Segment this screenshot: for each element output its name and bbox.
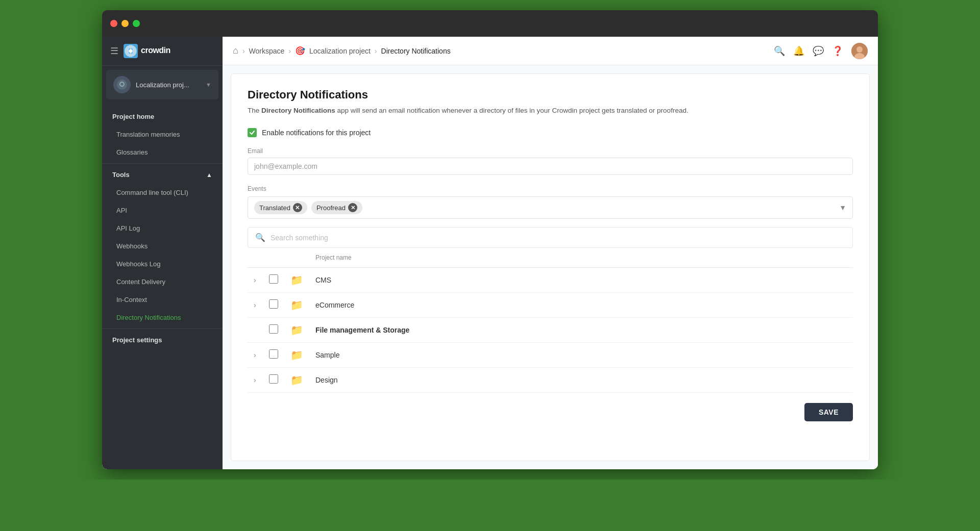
email-input[interactable] xyxy=(248,158,853,175)
sidebar: ☰ crowdin xyxy=(102,37,223,469)
breadcrumb-workspace[interactable]: Workspace xyxy=(249,47,285,55)
tag-proofread-remove[interactable]: ✕ xyxy=(348,203,357,212)
sidebar-item-content-delivery[interactable]: Content Delivery xyxy=(102,273,223,291)
tag-translated-remove[interactable]: ✕ xyxy=(293,203,302,212)
sidebar-item-cli[interactable]: Command line tool (CLI) xyxy=(102,184,223,201)
sidebar-item-directory-notifications[interactable]: Directory Notifications xyxy=(102,309,223,326)
home-icon[interactable]: ⌂ xyxy=(233,45,238,56)
app-window: ☰ crowdin xyxy=(102,10,878,469)
events-dropdown[interactable]: Translated ✕ Proofread ✕ ▼ xyxy=(248,196,853,219)
checkbox-design-input[interactable] xyxy=(269,374,278,384)
app-body: ☰ crowdin xyxy=(102,37,878,469)
topbar-actions: 🔍 🔔 💬 ❓ xyxy=(774,43,868,59)
project-selector[interactable]: Localization proj... ▼ xyxy=(106,70,218,99)
sidebar-item-webhooks[interactable]: Webhooks xyxy=(102,237,223,255)
tag-translated-label: Translated xyxy=(259,204,290,212)
checkbox-cms-input[interactable] xyxy=(269,274,278,284)
folder-icon-design: 📁 xyxy=(284,368,309,393)
col-expand xyxy=(248,248,263,268)
search-icon[interactable]: 🔍 xyxy=(774,45,785,57)
table-row: 📁 File management & Storage xyxy=(248,318,853,343)
api-log-label: API Log xyxy=(116,224,140,232)
directory-notifications-label: Directory Notifications xyxy=(116,314,181,321)
save-row: SAVE xyxy=(248,393,853,421)
api-label: API xyxy=(116,207,127,214)
nav-divider-2 xyxy=(102,328,223,329)
traffic-lights xyxy=(110,20,140,27)
svg-point-0 xyxy=(129,49,133,53)
project-dropdown-icon: ▼ xyxy=(206,82,211,88)
page-desc-suffix: app will send an email notification when… xyxy=(335,107,689,114)
close-button[interactable] xyxy=(110,20,117,27)
events-section: Events Translated ✕ Proofread ✕ ▼ xyxy=(248,185,853,219)
svg-point-4 xyxy=(856,46,863,53)
tools-label: Tools xyxy=(112,171,130,179)
checkbox-cms xyxy=(263,268,284,293)
enable-notifications-row: Enable notifications for this project xyxy=(248,128,853,137)
maximize-button[interactable] xyxy=(133,20,140,27)
minimize-button[interactable] xyxy=(121,20,129,27)
page-desc-bold: Directory Notifications xyxy=(261,107,335,114)
enable-notifications-checkbox[interactable] xyxy=(248,128,257,137)
table-row: › 📁 Sample xyxy=(248,343,853,368)
breadcrumb-sep-1: › xyxy=(242,47,245,55)
sidebar-item-tools[interactable]: Tools ▲ xyxy=(102,166,223,184)
col-icon xyxy=(284,248,309,268)
search-input[interactable] xyxy=(271,234,845,242)
folder-icon-sample: 📁 xyxy=(284,343,309,368)
dir-name-cms: CMS xyxy=(309,268,853,293)
bell-icon[interactable]: 🔔 xyxy=(793,45,804,57)
checkbox-file-mgmt-input[interactable] xyxy=(269,324,278,334)
sidebar-item-in-context[interactable]: In-Context xyxy=(102,291,223,309)
folder-icon-file-mgmt: 📁 xyxy=(284,318,309,343)
events-dropdown-caret: ▼ xyxy=(839,204,846,212)
search-magnifier-icon: 🔍 xyxy=(255,233,265,242)
page-desc-prefix: The xyxy=(248,107,261,114)
sidebar-item-translation-memories[interactable]: Translation memories xyxy=(102,125,223,143)
sidebar-item-glossaries[interactable]: Glossaries xyxy=(102,143,223,161)
nav-divider-1 xyxy=(102,163,223,164)
tag-translated: Translated ✕ xyxy=(254,201,307,214)
help-icon[interactable]: ❓ xyxy=(832,45,843,57)
crowdin-logo: crowdin xyxy=(124,44,182,58)
sidebar-item-webhooks-log[interactable]: Webhooks Log xyxy=(102,255,223,273)
search-box: 🔍 xyxy=(248,227,853,248)
project-type-icon: 🎯 xyxy=(295,46,305,56)
checkbox-ecommerce-input[interactable] xyxy=(269,299,278,309)
enable-notifications-label: Enable notifications for this project xyxy=(262,129,371,137)
folder-icon-cms: 📁 xyxy=(284,268,309,293)
expand-design[interactable]: › xyxy=(248,368,263,393)
hamburger-icon[interactable]: ☰ xyxy=(110,45,118,57)
svg-text:crowdin: crowdin xyxy=(141,46,170,55)
tag-proofread: Proofread ✕ xyxy=(311,201,362,214)
breadcrumb-sep-3: › xyxy=(375,47,377,55)
expand-sample[interactable]: › xyxy=(248,343,263,368)
logo-icon xyxy=(124,44,138,58)
save-button[interactable]: SAVE xyxy=(804,403,853,421)
expand-file-mgmt xyxy=(248,318,263,343)
project-avatar xyxy=(113,76,131,93)
checkbox-file-mgmt xyxy=(263,318,284,343)
sidebar-item-project-settings[interactable]: Project settings xyxy=(102,331,223,349)
user-avatar[interactable] xyxy=(851,43,868,59)
breadcrumb-project[interactable]: Localization project xyxy=(309,47,371,55)
sidebar-nav: Project home Translation memories Glossa… xyxy=(102,104,223,469)
email-field-group: Email xyxy=(248,147,853,175)
logo-text: crowdin xyxy=(141,44,182,58)
checkbox-design xyxy=(263,368,284,393)
breadcrumb-current: Directory Notifications xyxy=(381,47,451,55)
sidebar-item-api-log[interactable]: API Log xyxy=(102,219,223,237)
chat-icon[interactable]: 💬 xyxy=(813,45,824,57)
table-row: › 📁 CMS xyxy=(248,268,853,293)
expand-cms[interactable]: › xyxy=(248,268,263,293)
table-row: › 📁 eCommerce xyxy=(248,293,853,318)
cli-label: Command line tool (CLI) xyxy=(116,189,188,196)
checkbox-sample-input[interactable] xyxy=(269,349,278,359)
content-panel: Directory Notifications The Directory No… xyxy=(231,73,870,461)
sidebar-item-project-home[interactable]: Project home xyxy=(102,108,223,125)
webhooks-log-label: Webhooks Log xyxy=(116,260,161,268)
sidebar-item-api[interactable]: API xyxy=(102,201,223,219)
expand-ecommerce[interactable]: › xyxy=(248,293,263,318)
project-home-label: Project home xyxy=(112,113,154,120)
directory-table: Project name › 📁 xyxy=(248,248,853,393)
